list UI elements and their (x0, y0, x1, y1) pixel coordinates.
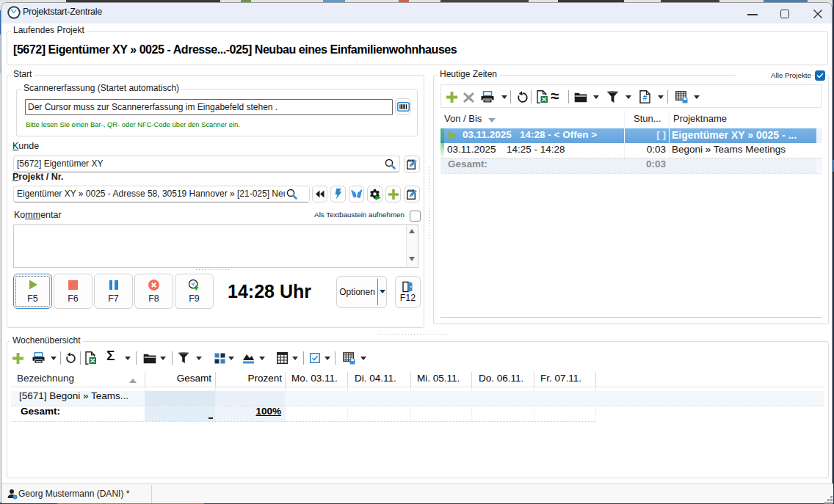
svg-text:#: # (643, 93, 648, 102)
